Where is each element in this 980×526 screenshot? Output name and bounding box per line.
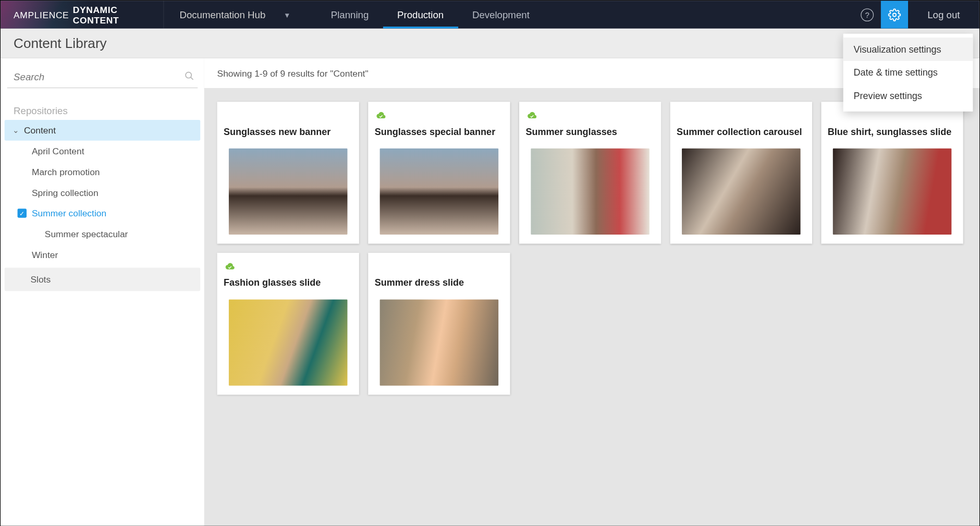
tree-slots[interactable]: Slots — [5, 268, 201, 291]
content-card[interactable]: Sunglasses new banner — [217, 102, 359, 243]
card-thumbnail — [531, 149, 650, 235]
results-count: Showing 1-9 of 9 results for "Content" — [217, 68, 369, 79]
sidebar: Repositories ⌄ Content April Content Mar… — [1, 58, 204, 525]
tree-item[interactable]: April Content — [5, 141, 201, 162]
tree-label: Spring collection — [32, 187, 99, 198]
help-button[interactable]: ? — [853, 1, 880, 28]
card-title: Summer sunglasses — [525, 126, 654, 138]
tree-item-selected[interactable]: ✓ Summer collection — [5, 203, 201, 224]
card-title: Sunglasses special banner — [375, 126, 504, 138]
tree-label: Winter — [32, 250, 58, 260]
page-title: Content Library — [14, 35, 107, 51]
search-input[interactable] — [14, 71, 183, 82]
tree-label: Summer spectacular — [45, 229, 128, 239]
menu-item-visualization-settings[interactable]: Visualization settings — [843, 38, 973, 61]
published-badge-icon — [224, 262, 235, 271]
tree-item[interactable]: Winter — [5, 244, 201, 265]
svg-line-2 — [191, 77, 193, 80]
tree-label: Content — [24, 125, 56, 136]
sidebar-section-label: Repositories — [5, 101, 201, 120]
content-card[interactable]: Fashion glasses slide — [217, 253, 359, 395]
page-subheader: Content Library — [1, 29, 979, 58]
tree-label: April Content — [32, 146, 84, 156]
card-title: Fashion glasses slide — [224, 277, 352, 289]
published-badge-icon — [525, 111, 537, 120]
search-field[interactable] — [7, 67, 198, 88]
menu-item-date-time-settings[interactable]: Date & time settings — [843, 61, 973, 84]
card-thumbnail — [682, 149, 801, 235]
brand-word2: DYNAMIC CONTENT — [73, 4, 164, 25]
tree-item[interactable]: Summer spectacular — [5, 224, 201, 244]
tab-production[interactable]: Production — [383, 1, 458, 28]
tree-root-content[interactable]: ⌄ Content — [5, 120, 201, 141]
card-title: Sunglasses new banner — [224, 126, 352, 138]
hub-selector[interactable]: Documentation Hub ▼ — [164, 1, 307, 28]
menu-item-label: Preview settings — [854, 91, 922, 101]
svg-point-1 — [186, 72, 191, 78]
tab-label: Planning — [331, 9, 369, 20]
card-thumbnail — [380, 299, 499, 385]
card-thumbnail — [380, 149, 499, 235]
card-thumbnail — [229, 299, 348, 385]
content-area: Showing 1-9 of 9 results for "Content" D… — [204, 58, 979, 525]
brand-word1: AMPLIENCE — [14, 9, 69, 20]
tree-label: March promotion — [32, 167, 100, 177]
published-badge-icon — [375, 111, 386, 120]
top-navbar: AMPLIENCE DYNAMIC CONTENT Documentation … — [1, 1, 979, 28]
nav-tabs: Planning Production Development — [316, 1, 544, 28]
content-card[interactable]: Summer sunglasses — [519, 102, 661, 243]
tab-planning[interactable]: Planning — [316, 1, 383, 28]
checkbox-checked-icon: ✓ — [18, 209, 27, 217]
caret-down-icon: ▼ — [284, 11, 291, 19]
logout-label: Log out — [927, 9, 960, 20]
menu-item-label: Visualization settings — [854, 44, 941, 55]
tree-item[interactable]: Spring collection — [5, 182, 201, 203]
gear-icon — [888, 8, 901, 21]
card-title: Summer dress slide — [375, 277, 504, 289]
card-thumbnail — [833, 149, 952, 235]
menu-item-preview-settings[interactable]: Preview settings — [843, 84, 973, 108]
published-badge-icon — [375, 262, 386, 271]
card-thumbnail — [229, 149, 348, 235]
settings-dropdown: Visualization settings Date & time setti… — [843, 34, 973, 112]
card-title: Summer collection carousel — [677, 126, 805, 138]
logout-link[interactable]: Log out — [908, 9, 979, 20]
search-icon — [183, 70, 195, 83]
published-badge-icon — [224, 111, 235, 120]
content-card[interactable]: Summer dress slide — [368, 253, 510, 395]
chevron-down-icon: ⌄ — [13, 126, 19, 134]
content-card[interactable]: Sunglasses special banner — [368, 102, 510, 243]
hub-label: Documentation Hub — [179, 9, 265, 20]
content-card[interactable]: Blue shirt, sunglasses slide — [821, 102, 963, 243]
tab-label: Production — [397, 9, 444, 20]
published-badge-icon — [828, 111, 839, 120]
tab-label: Development — [472, 9, 530, 20]
content-card[interactable]: Summer collection carousel — [670, 102, 812, 243]
tree-label: Summer collection — [32, 208, 106, 218]
card-grid: Sunglasses new bannerSunglasses special … — [204, 89, 979, 408]
tab-development[interactable]: Development — [458, 1, 544, 28]
help-icon: ? — [861, 8, 874, 21]
menu-item-label: Date & time settings — [854, 67, 938, 78]
brand-logo: AMPLIENCE DYNAMIC CONTENT — [1, 1, 164, 28]
tree-item[interactable]: March promotion — [5, 162, 201, 182]
svg-point-0 — [893, 13, 896, 16]
published-badge-icon — [677, 111, 688, 120]
tree-label: Slots — [30, 274, 51, 285]
settings-button[interactable] — [881, 1, 908, 28]
card-title: Blue shirt, sunglasses slide — [828, 126, 957, 138]
